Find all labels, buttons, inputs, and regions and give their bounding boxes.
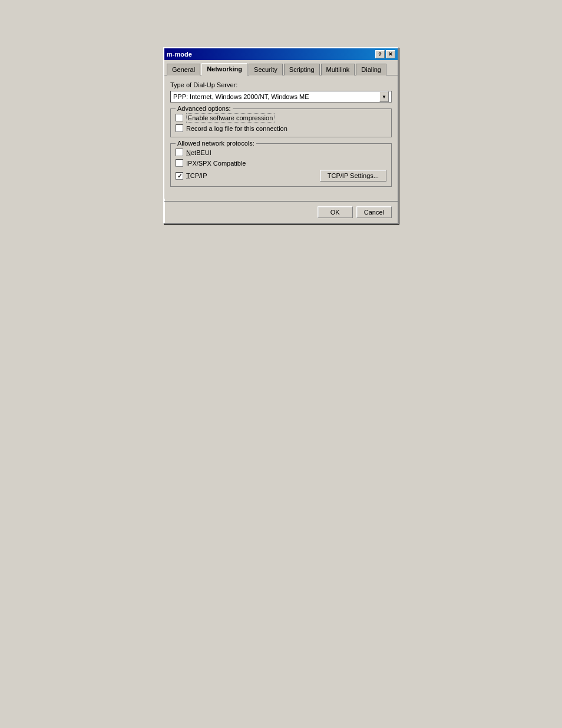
tab-security[interactable]: Security: [249, 64, 283, 75]
protocols-legend: Allowed network protocols:: [176, 140, 256, 147]
tcpip-checkbox[interactable]: [176, 172, 183, 180]
record-log-checkbox[interactable]: [176, 124, 183, 132]
server-type-dropdown[interactable]: PPP: Internet, Windows 2000/NT, Windows …: [170, 91, 392, 103]
tab-content-networking: Type of Dial-Up Server: PPP: Internet, W…: [164, 75, 398, 199]
title-bar: m-mode ? ✕: [164, 48, 398, 60]
tab-general[interactable]: General: [167, 64, 200, 75]
close-button[interactable]: ✕: [386, 50, 395, 58]
tcpip-label: TCP/IP: [186, 172, 207, 179]
tab-multilink[interactable]: Multilink: [321, 64, 355, 75]
server-type-label: Type of Dial-Up Server:: [170, 81, 392, 88]
netbeui-label: NetBEUI: [186, 149, 211, 156]
tabs-row: General Networking Security Scripting Mu…: [164, 60, 398, 75]
tab-networking[interactable]: Networking: [201, 63, 247, 75]
advanced-options-legend: Advanced options:: [176, 105, 233, 112]
protocols-group: Allowed network protocols: NetBEUI IPX/S…: [170, 143, 392, 187]
ok-button[interactable]: OK: [318, 206, 353, 218]
ipxspx-row: IPX/SPX Compatible: [176, 159, 386, 167]
dropdown-arrow-icon[interactable]: ▼: [379, 91, 389, 102]
tcpip-settings-button[interactable]: TCP/IP Settings...: [320, 170, 386, 182]
enable-compression-row: Enable software compression: [176, 114, 386, 121]
ipxspx-label: IPX/SPX Compatible: [186, 160, 246, 167]
advanced-options-group: Advanced options: Enable software compre…: [170, 108, 392, 137]
dialog-window: m-mode ? ✕ General Networking Security S…: [163, 47, 399, 224]
tab-scripting[interactable]: Scripting: [284, 64, 320, 75]
enable-compression-label: Enable software compression: [186, 114, 275, 121]
dialog-title: m-mode: [167, 51, 192, 58]
ipxspx-checkbox[interactable]: [176, 159, 183, 167]
tab-dialing[interactable]: Dialing: [356, 64, 386, 75]
server-type-value: PPP: Internet, Windows 2000/NT, Windows …: [173, 93, 309, 100]
record-log-label: Record a log file for this connection: [186, 125, 287, 132]
server-type-dropdown-row: PPP: Internet, Windows 2000/NT, Windows …: [170, 91, 392, 103]
enable-compression-checkbox[interactable]: [176, 114, 183, 121]
title-bar-buttons: ? ✕: [375, 50, 395, 58]
netbeui-row: NetBEUI: [176, 149, 386, 156]
netbeui-checkbox[interactable]: [176, 149, 183, 156]
help-button[interactable]: ?: [375, 50, 385, 58]
cancel-button[interactable]: Cancel: [356, 206, 392, 218]
record-log-row: Record a log file for this connection: [176, 124, 386, 132]
dialog-footer: OK Cancel: [164, 201, 398, 223]
tcpip-row: TCP/IP TCP/IP Settings...: [176, 170, 386, 182]
